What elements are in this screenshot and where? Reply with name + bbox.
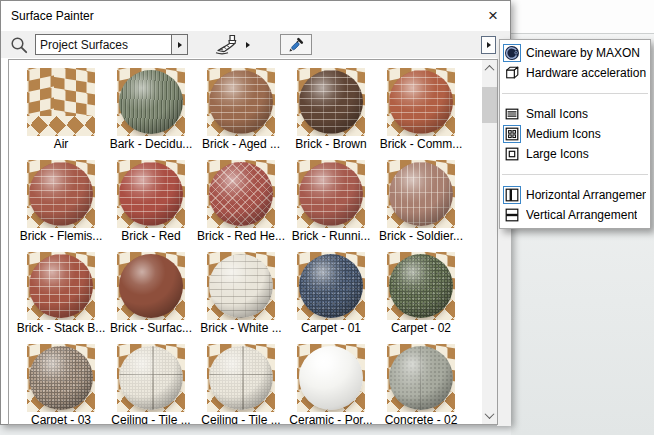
sphere-shading <box>299 70 363 134</box>
surface-label: Brick - Surfac... <box>110 321 192 335</box>
surface-filter-input[interactable] <box>35 34 171 55</box>
surface-tile-carpet-01[interactable]: Carpet - 01 <box>286 252 376 344</box>
large-icons-icon <box>503 145 521 163</box>
chevron-up-icon <box>485 65 495 75</box>
surface-label: Brick - Runni... <box>292 229 371 243</box>
surface-tile-brick-comm[interactable]: Brick - Comm... <box>376 68 466 160</box>
surface-tile-brick-soldier[interactable]: Brick - Soldier... <box>376 160 466 252</box>
sphere-shading <box>29 162 93 226</box>
surface-tile-brick-surfac[interactable]: Brick - Surfac... <box>106 252 196 344</box>
surface-tile-carpet-03[interactable]: Carpet - 03 <box>16 344 106 425</box>
surface-thumbnail <box>297 344 365 412</box>
vertical-scrollbar[interactable] <box>482 60 497 424</box>
menu-item-large-icons[interactable]: Large Icons <box>500 144 650 164</box>
window-title: Surface Painter <box>11 9 94 23</box>
menu-item-hardware-acceleration[interactable]: Hardware acceleration <box>500 63 650 83</box>
surface-tile-brick-flemis[interactable]: Brick - Flemis... <box>16 160 106 252</box>
checker-floor <box>27 116 95 136</box>
surface-tile-ceiling-tile[interactable]: Ceiling - Tile ... <box>106 344 196 425</box>
scroll-down-button[interactable] <box>482 407 497 424</box>
close-button[interactable]: × <box>476 1 510 31</box>
surface-thumbnail <box>387 344 455 412</box>
surface-thumbnail <box>297 68 365 136</box>
surface-tile-ceramic-por[interactable]: Ceramic - Por... <box>286 344 376 425</box>
view-options-flyout-button[interactable] <box>481 36 496 54</box>
surface-label: Concrete - 02 <box>385 413 458 425</box>
surface-tile-brick-runni[interactable]: Brick - Runni... <box>286 160 376 252</box>
sphere-shading <box>209 254 273 318</box>
material-sphere <box>119 162 183 226</box>
scroll-up-button[interactable] <box>482 60 497 77</box>
menu-item-medium-icons[interactable]: Medium Icons <box>500 124 650 144</box>
menu-item-label: Small Icons <box>526 107 588 121</box>
material-sphere <box>389 346 453 410</box>
scrollbar-thumb[interactable] <box>482 87 497 123</box>
sphere-shading <box>209 162 273 226</box>
surface-tile-brick-aged[interactable]: Brick - Aged ... <box>196 68 286 160</box>
surface-painter-dialog: Surface Painter × <box>0 0 511 425</box>
material-sphere <box>389 70 453 134</box>
eyedropper-button[interactable] <box>280 34 312 55</box>
surface-label: Brick - Aged ... <box>202 137 280 151</box>
sphere-shading <box>29 254 93 318</box>
surface-label: Brick - Red He... <box>197 229 285 243</box>
surface-label: Brick - White ... <box>200 321 281 335</box>
sphere-shading <box>299 346 363 410</box>
surface-label: Carpet - 03 <box>31 413 91 425</box>
menu-item-cineware-by-maxon[interactable]: Cineware by MAXON <box>500 43 650 63</box>
surface-thumbnail <box>387 68 455 136</box>
surface-thumbnail <box>27 68 95 136</box>
surface-tile-brick-red-he[interactable]: Brick - Red He... <box>196 160 286 252</box>
surface-tile-bark-decidu[interactable]: Bark - Decidu... <box>106 68 196 160</box>
surface-thumbnail <box>27 252 95 320</box>
surface-tile-carpet-02[interactable]: Carpet - 02 <box>376 252 466 344</box>
material-sphere <box>209 70 273 134</box>
menu-separator <box>502 174 648 175</box>
surface-tile-brick-white[interactable]: Brick - White ... <box>196 252 286 344</box>
surface-tile-brick-red[interactable]: Brick - Red <box>106 160 196 252</box>
sphere-shading <box>299 162 363 226</box>
material-sphere <box>29 162 93 226</box>
surface-label: Brick - Brown <box>295 137 366 151</box>
surface-thumbnail <box>207 344 275 412</box>
surface-thumbnail <box>387 252 455 320</box>
surface-tile-brick-stack-b[interactable]: Brick - Stack B... <box>16 252 106 344</box>
material-sphere <box>299 346 363 410</box>
menu-item-label: Medium Icons <box>526 127 601 141</box>
menu-separator <box>502 93 648 94</box>
paint-brush-icon[interactable] <box>214 34 240 55</box>
brush-flyout-arrow-icon[interactable] <box>246 42 250 48</box>
sphere-shading <box>389 70 453 134</box>
material-sphere <box>209 254 273 318</box>
surface-thumbnail <box>117 68 185 136</box>
surface-tile-ceiling-tile[interactable]: Ceiling - Tile ... <box>196 344 286 425</box>
surface-label: Ceiling - Tile ... <box>201 413 280 425</box>
surface-thumbnail <box>27 160 95 228</box>
surface-thumbnail <box>297 252 365 320</box>
surface-label: Brick - Stack B... <box>17 321 106 335</box>
surface-label: Brick - Red <box>121 229 180 243</box>
menu-item-vertical-arrangement[interactable]: Vertical Arrangement <box>500 205 650 225</box>
cineware-icon <box>503 44 521 62</box>
surface-thumbnail <box>117 252 185 320</box>
surface-label: Air <box>54 137 69 151</box>
flyout-arrow-icon <box>487 42 491 48</box>
horizontal-split-icon <box>503 186 521 204</box>
menu-item-small-icons[interactable]: Small Icons <box>500 104 650 124</box>
menu-item-label: Hardware acceleration <box>526 66 646 80</box>
vertical-split-icon <box>503 206 521 224</box>
surface-tile-air[interactable]: Air <box>16 68 106 160</box>
surface-label: Brick - Soldier... <box>379 229 463 243</box>
sphere-shading <box>29 346 93 410</box>
menu-item-horizontal-arrangement[interactable]: Horizontal Arrangement <box>500 185 650 205</box>
material-sphere <box>389 254 453 318</box>
sphere-shading <box>119 346 183 410</box>
surface-label: Carpet - 02 <box>391 321 451 335</box>
surface-tile-brick-brown[interactable]: Brick - Brown <box>286 68 376 160</box>
material-sphere <box>209 346 273 410</box>
surface-tile-concrete-02[interactable]: Concrete - 02 <box>376 344 466 425</box>
filter-dropdown-button[interactable] <box>171 34 188 55</box>
surface-thumbnail <box>297 160 365 228</box>
context-menu: Cineware by MAXON Hardware acceleration … <box>499 39 651 229</box>
sphere-shading <box>299 254 363 318</box>
